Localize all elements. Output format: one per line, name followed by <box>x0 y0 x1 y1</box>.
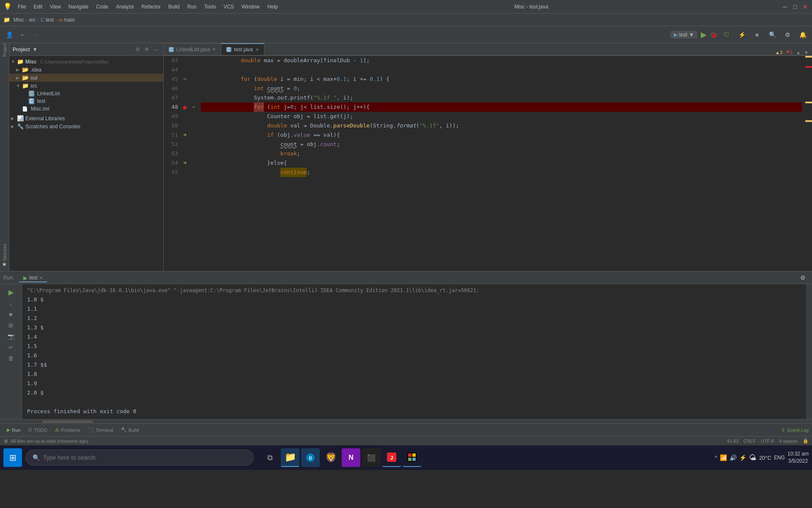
cursor-position[interactable]: 41:43 <box>727 439 739 444</box>
menu-build[interactable]: Build <box>165 2 183 11</box>
bottom-tab-todo[interactable]: ☑ TODO <box>25 426 51 433</box>
file-explorer-icon[interactable]: 📁 <box>281 448 299 467</box>
breadcrumb-test[interactable]: C test <box>41 17 54 23</box>
back-button[interactable]: ← <box>17 29 29 41</box>
expand-arrow: ▶ <box>16 75 20 80</box>
tab-close-active-button[interactable]: ✕ <box>255 47 259 52</box>
scroll-up-button[interactable]: ▲ <box>796 50 801 55</box>
run-scrollbar[interactable] <box>806 284 812 419</box>
dell-icon[interactable]: D <box>301 448 320 467</box>
screenshot-button[interactable]: 📷 <box>6 331 16 341</box>
menu-refactor[interactable]: Refactor <box>138 2 164 11</box>
run-button[interactable]: ▶ <box>701 30 707 39</box>
run-horizontal-scrollbar[interactable] <box>0 419 812 423</box>
gi-48-bp[interactable]: ● <box>181 102 189 112</box>
menu-tools[interactable]: Tools <box>201 2 219 11</box>
debug-button[interactable]: 🐞 <box>710 31 717 38</box>
tab-close-button[interactable]: ✕ <box>212 47 216 52</box>
bottom-tab-terminal[interactable]: ⬛ Terminal <box>85 426 117 433</box>
coverage-button[interactable]: 🛡 <box>721 29 732 41</box>
stop-button[interactable]: ■ <box>751 29 763 41</box>
structure-view-button[interactable]: Structure <box>0 247 10 257</box>
network-icon[interactable]: 📶 <box>720 454 727 461</box>
line-separator[interactable]: CRLF <box>743 439 756 444</box>
bottom-tab-problems[interactable]: ⚠ Problems <box>52 426 84 433</box>
volume-icon[interactable]: 🔊 <box>730 454 737 461</box>
move-to-editor-button[interactable]: ⊞ <box>6 320 16 330</box>
wrap-text-button[interactable]: ↩ <box>6 342 16 352</box>
indent-setting[interactable]: 4 spaces <box>779 439 798 444</box>
menu-edit[interactable]: Edit <box>30 2 46 11</box>
onenote-icon[interactable]: N <box>342 448 360 467</box>
menu-code[interactable]: Code <box>93 2 112 11</box>
menu-view[interactable]: View <box>47 2 64 11</box>
stop-button-run[interactable]: ■ <box>6 309 16 319</box>
tree-item-misc[interactable]: ▼ 📁 Misc C:\Users\seant\IdeaProjects\Mis… <box>9 58 163 66</box>
menu-run[interactable]: Run <box>184 2 200 11</box>
notifications-button[interactable]: 🔔 <box>797 29 809 41</box>
taskbar-search[interactable]: 🔍 <box>25 450 254 466</box>
menu-file[interactable]: File <box>14 2 29 11</box>
tab-linkedlist[interactable]: C LinkedList.java ✕ <box>164 43 221 55</box>
settings-button[interactable]: ⚙ <box>782 29 793 41</box>
tree-item-out[interactable]: ▶ 📂 out <box>9 74 163 82</box>
restart-button[interactable]: ▶ <box>6 287 16 297</box>
weather-widget[interactable]: 🌤 <box>749 453 757 462</box>
jetbrains-toolbox-icon[interactable]: J <box>382 448 401 467</box>
close-panel-button[interactable]: — <box>152 46 160 53</box>
run-output[interactable]: "C:\Program Files\Java\jdk-16.0.1\bin\ja… <box>22 284 806 419</box>
clock[interactable]: 10:32 am 3/5/2022 <box>787 450 809 465</box>
tab-test[interactable]: C test.java ✕ <box>221 43 264 55</box>
language-indicator[interactable]: ENG <box>774 455 785 461</box>
menu-navigate[interactable]: Navigate <box>65 2 92 11</box>
battery-icon[interactable]: ⚡ <box>739 454 746 461</box>
close-button[interactable]: ✕ <box>802 3 809 10</box>
terminal-label: Terminal <box>96 428 113 433</box>
bottom-tab-run[interactable]: ▶ Run <box>3 426 24 433</box>
profile-button[interactable]: ⚡ <box>736 29 748 41</box>
tray-chevron[interactable]: ^ <box>715 455 717 461</box>
tree-item-idea[interactable]: ▶ 📂 .idea <box>9 66 163 74</box>
tree-item-src[interactable]: ▼ 📁 src <box>9 82 163 90</box>
run-settings-button[interactable]: ⚙ <box>797 272 809 284</box>
tree-item-scratches[interactable]: ▶ 🔧 Scratches and Consoles <box>9 122 163 130</box>
breadcrumb-misc[interactable]: Misc <box>14 17 24 23</box>
collapse-all-button[interactable]: ⊟ <box>134 46 141 53</box>
intellij-icon[interactable] <box>403 448 421 467</box>
menu-vcs[interactable]: VCS <box>220 2 238 11</box>
start-button[interactable]: ⊞ <box>3 448 22 467</box>
breadcrumb-main[interactable]: m main <box>59 17 75 23</box>
tree-item-test[interactable]: C test <box>9 97 163 105</box>
code-editor[interactable]: double max = doubleArray[finalDub - 1]; … <box>198 56 805 271</box>
search-everywhere-button[interactable]: 🔍 <box>766 29 778 41</box>
forward-button[interactable]: → <box>30 29 42 41</box>
search-input[interactable] <box>43 454 247 461</box>
tree-item-external-libs[interactable]: ▶ 📊 External Libraries <box>9 114 163 122</box>
event-log-label[interactable]: Event Log <box>787 428 809 433</box>
output-line-5: 1.4 <box>27 332 801 342</box>
run-tab-close[interactable]: ✕ <box>39 276 43 280</box>
run-tab-test[interactable]: ▶ test ✕ <box>19 273 47 282</box>
settings-button[interactable]: ⚙ <box>143 46 151 53</box>
menu-help[interactable]: Help <box>264 2 281 11</box>
maximize-button[interactable]: □ <box>792 3 798 10</box>
task-view-button[interactable]: ⧉ <box>261 448 279 467</box>
minimize-button[interactable]: ─ <box>782 3 788 10</box>
project-panel-toggle[interactable]: 📁 <box>3 17 10 23</box>
project-title[interactable]: Project ▼ <box>13 47 38 52</box>
run-configuration[interactable]: ▶ test ▼ <box>670 31 697 39</box>
project-view-button[interactable]: Project <box>0 45 10 55</box>
menu-window[interactable]: Window <box>238 2 263 11</box>
scroll-down-button[interactable]: ▼ <box>804 50 809 55</box>
tree-item-misc-iml[interactable]: 📄 Misc.iml <box>9 105 163 113</box>
account-icon[interactable]: 👤 <box>3 29 15 41</box>
brave-browser-icon[interactable]: 🦁 <box>321 448 340 467</box>
tree-item-linkedlist[interactable]: C LinkedList <box>9 90 163 97</box>
terminal-taskbar-icon[interactable]: ⬛ <box>362 448 381 467</box>
bottom-tab-build[interactable]: 🔨 Build <box>118 426 142 433</box>
breadcrumb-src[interactable]: src <box>29 17 36 23</box>
encoding[interactable]: UTF-8 <box>761 439 774 444</box>
clear-button[interactable]: 🗑 <box>6 353 16 363</box>
menu-analyze[interactable]: Analyze <box>112 2 137 11</box>
scroll-to-end-button[interactable]: ↓ <box>6 298 16 308</box>
